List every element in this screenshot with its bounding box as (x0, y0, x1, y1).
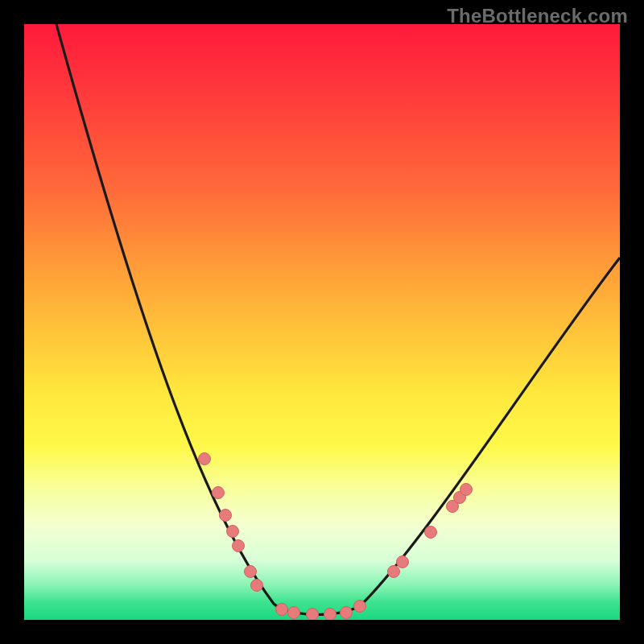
marker-group (199, 453, 473, 621)
data-marker (460, 484, 473, 496)
watermark-text: TheBottleneck.com (447, 5, 628, 27)
data-marker (388, 566, 400, 578)
data-marker (213, 487, 225, 499)
chart-frame: TheBottleneck.com (0, 0, 644, 644)
data-marker (245, 566, 257, 578)
data-marker (199, 453, 211, 465)
data-marker (324, 609, 336, 621)
data-marker (425, 526, 437, 539)
data-marker (354, 601, 366, 613)
data-marker (276, 604, 288, 616)
data-marker (341, 607, 353, 619)
data-marker (397, 556, 409, 568)
data-marker (288, 607, 300, 619)
chart-svg (24, 24, 620, 620)
data-marker (220, 510, 232, 522)
data-marker (233, 540, 245, 552)
data-marker (307, 609, 319, 621)
plot-area (24, 24, 620, 620)
bottleneck-curve (56, 24, 620, 615)
data-marker (251, 580, 263, 592)
data-marker (227, 526, 239, 538)
